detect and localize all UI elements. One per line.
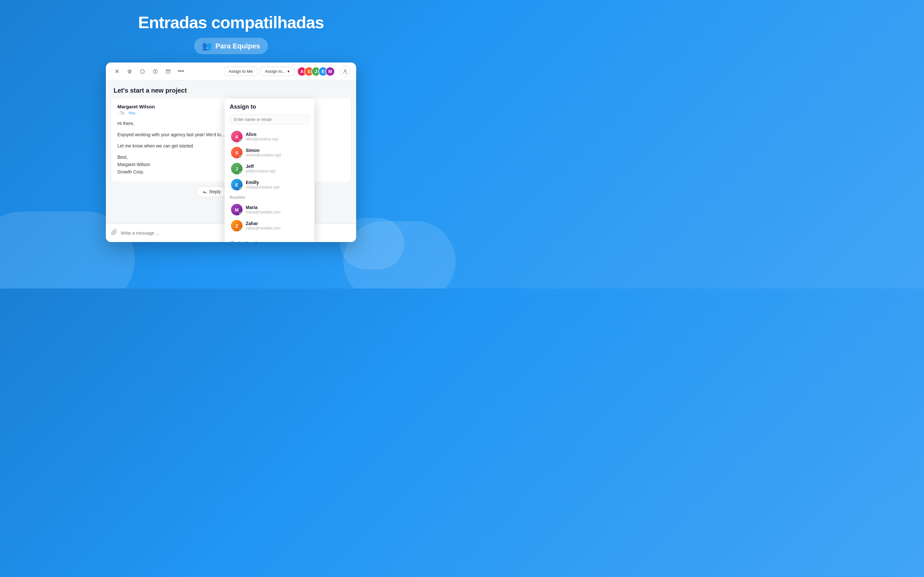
due-date-label: Set Due Date xyxy=(237,241,264,242)
assign-user-zahar[interactable]: Z Zahar zahar@readdle.com xyxy=(230,218,309,234)
reply-icon xyxy=(203,189,207,194)
svg-point-4 xyxy=(230,242,234,242)
pin-button[interactable] xyxy=(124,66,135,77)
more-button[interactable]: ••• xyxy=(176,66,186,77)
user-simon-name: Simon xyxy=(246,148,281,153)
online-indicator xyxy=(239,212,242,215)
assign-user-simon[interactable]: S Simon simon@creative.sqd xyxy=(230,145,309,161)
avatar-maria: M xyxy=(231,204,242,215)
assign-user-maria[interactable]: M Maria maria@readdle.com xyxy=(230,201,309,218)
online-indicator xyxy=(239,228,242,231)
assign-search-input[interactable] xyxy=(230,114,309,125)
reply-button[interactable]: Reply xyxy=(197,186,227,197)
assign-to-button[interactable]: Assign to... ▾ xyxy=(260,67,294,76)
chevron-right-icon: › xyxy=(118,111,119,115)
avatar-alice: A xyxy=(231,131,242,142)
section-readdle: Readdle xyxy=(230,195,309,200)
assign-user-emilly[interactable]: E Emilly emily@creative.sqd xyxy=(230,177,309,193)
avatar-zahar: Z xyxy=(231,220,242,231)
user-emilly-name: Emilly xyxy=(246,180,279,185)
team-badge-label: Para Equipes xyxy=(215,42,260,50)
user-jeff-name: Jeff xyxy=(246,164,276,169)
assign-user-alice[interactable]: A Alice alice@creative.sqd xyxy=(230,129,309,145)
user-simon-email: simon@creative.sqd xyxy=(246,153,281,157)
assign-user-jeff[interactable]: J Jeff jeff@creative.sqd xyxy=(230,161,309,177)
assign-me-button[interactable]: Assign to Me xyxy=(224,67,258,76)
app-window: ✕ ••• Assign to Me Assign to... ▾ xyxy=(106,63,356,242)
set-due-date-button[interactable]: Set Due Date › xyxy=(230,237,309,242)
toolbar: ✕ ••• Assign to Me Assign to... ▾ xyxy=(106,63,356,81)
close-button[interactable]: ✕ xyxy=(111,66,122,77)
chevron-down-icon: ▾ xyxy=(288,69,290,74)
user-maria-email: maria@readdle.com xyxy=(246,210,280,214)
email-subject: Let's start a new project xyxy=(106,81,356,98)
online-indicator xyxy=(239,187,242,190)
user-emilly-email: emily@creative.sqd xyxy=(246,185,279,189)
online-indicator xyxy=(239,139,242,142)
chevron-right-icon: › xyxy=(308,240,309,242)
avatar-simon: S xyxy=(231,147,242,158)
avatar-stack: A S J E M xyxy=(300,67,335,76)
user-zahar-email: zahar@readdle.com xyxy=(246,226,280,230)
assign-dropdown: Assign to A Alice alice@creative.sqd S xyxy=(225,98,314,242)
clock-icon xyxy=(230,241,235,242)
page-title: Entradas compatilhadas xyxy=(138,13,324,32)
add-member-button[interactable] xyxy=(340,66,351,77)
online-indicator xyxy=(239,155,242,158)
user-jeff-email: jeff@creative.sqd xyxy=(246,169,276,173)
clock-button[interactable] xyxy=(150,66,160,77)
avatar-emilly: E xyxy=(231,179,242,190)
team-badge: 👥 Para Equipes xyxy=(194,38,268,54)
svg-rect-2 xyxy=(166,69,170,71)
to-you-label: You xyxy=(128,111,136,115)
svg-point-0 xyxy=(141,69,144,73)
user-maria-name: Maria xyxy=(246,205,280,210)
user-zahar-name: Zahar xyxy=(246,221,280,226)
avatar-5: M xyxy=(325,67,335,76)
archive-button[interactable] xyxy=(163,66,173,77)
svg-point-3 xyxy=(344,69,346,71)
email-area: Let's start a new project Margaret Wilso… xyxy=(106,81,356,242)
attach-icon[interactable] xyxy=(111,229,118,237)
circle-button[interactable] xyxy=(137,66,148,77)
user-alice-email: alice@creative.sqd xyxy=(246,137,278,141)
avatar-jeff: J xyxy=(231,163,242,174)
user-alice-name: Alice xyxy=(246,132,278,137)
assign-dropdown-title: Assign to xyxy=(230,103,309,110)
team-icon: 👥 xyxy=(202,41,212,51)
online-indicator xyxy=(239,171,242,174)
